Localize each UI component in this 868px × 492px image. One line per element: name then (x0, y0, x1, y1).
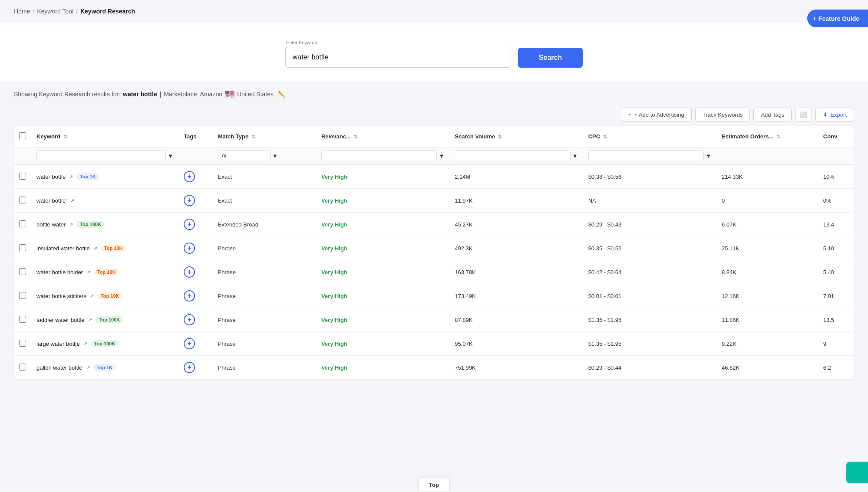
cpc-column-header[interactable]: CPC ⇅ (583, 126, 716, 147)
add-tag-button[interactable]: + (184, 243, 195, 254)
conv-cell: 6.2 (818, 356, 854, 380)
add-to-advertising-button[interactable]: + + Add to Advertising (621, 108, 692, 122)
filter-row: ▼ All Exact Phrase Extended Broad ▼ (14, 147, 854, 164)
relevance-filter-input[interactable] (321, 150, 437, 161)
search-button[interactable]: Search (518, 48, 583, 68)
add-tags-button[interactable]: Add Tags (753, 108, 792, 122)
feature-guide-button[interactable]: ‹ Feature Guide (807, 10, 868, 27)
external-link-icon[interactable]: ↗ (86, 365, 90, 371)
search-input[interactable] (285, 47, 511, 68)
conv-column-header: Conv (818, 126, 854, 147)
row-select-checkbox[interactable] (19, 292, 26, 299)
tags-cell: + (178, 308, 213, 332)
search-volume-filter-icon[interactable]: ▼ (572, 153, 578, 159)
keyword-text: bottle water (36, 221, 66, 228)
keyword-cell: water bottle ↗ Top 1K (31, 164, 178, 189)
export-button[interactable]: ⬇ Export (815, 108, 854, 122)
keyword-badge: Top 100K (91, 340, 119, 347)
select-all-checkbox[interactable] (19, 132, 26, 139)
row-select-checkbox[interactable] (19, 173, 26, 180)
keyword-cell: toddler water bottle ↗ Top 100K (31, 308, 178, 332)
pipe-separator: | (160, 91, 162, 98)
select-all-header[interactable] (14, 126, 31, 147)
breadcrumb-keyword-tool[interactable]: Keyword Tool (37, 8, 73, 15)
cpc-cell: $0.42 - $0.64 (583, 260, 716, 284)
external-link-icon[interactable]: ↗ (86, 269, 90, 275)
match-type-filter-select[interactable]: All Exact Phrase Extended Broad (218, 150, 271, 161)
row-select-checkbox[interactable] (19, 268, 26, 275)
breadcrumb-sep-1: / (33, 8, 34, 15)
search-container: Enter Keyword Search (285, 40, 583, 68)
match-type-column-header[interactable]: Match Type ⇅ (213, 126, 316, 147)
match-type-filter-icon[interactable]: ▼ (272, 153, 278, 159)
table-row: water bottle holder ↗ Top 10K + Phrase V… (14, 260, 854, 284)
relevance-cell: Very High (316, 236, 449, 260)
row-checkbox-cell (14, 308, 31, 332)
external-link-icon[interactable]: ↗ (69, 174, 73, 180)
search-volume-cell: 95.07K (449, 332, 583, 356)
relevance-value: Very High (321, 174, 347, 180)
add-tag-button[interactable]: + (184, 314, 195, 325)
external-link-icon[interactable]: ↗ (90, 293, 94, 299)
keyword-column-header[interactable]: Keyword ⇅ (31, 126, 178, 147)
row-select-checkbox[interactable] (19, 220, 26, 227)
search-volume-cell: 751.99K (449, 356, 583, 380)
add-tag-button[interactable]: + (184, 362, 195, 373)
table-row: bottle water ↗ Top 100K + Extended Broad… (14, 213, 854, 236)
keyword-text: gallon water bottle (36, 364, 83, 371)
row-select-checkbox[interactable] (19, 316, 26, 323)
relevance-cell: Very High (316, 308, 449, 332)
external-link-icon[interactable]: ↗ (69, 222, 73, 227)
keyword-input-wrapper: Enter Keyword (285, 40, 511, 68)
relevance-cell: Very High (316, 284, 449, 308)
keyword-text: insulated water bottle (36, 245, 90, 252)
row-select-checkbox[interactable] (19, 197, 26, 203)
row-select-checkbox[interactable] (19, 364, 26, 371)
match-type-sort-icon: ⇅ (251, 134, 255, 139)
cpc-cell: $1.35 - $1.95 (583, 332, 716, 356)
row-select-checkbox[interactable] (19, 340, 26, 347)
copy-button[interactable]: ⬜ (795, 108, 812, 122)
add-tag-button[interactable]: + (184, 171, 195, 182)
track-keywords-button[interactable]: Track Keywords (695, 108, 750, 122)
keyword-badge: Top 1K (76, 173, 99, 180)
external-link-icon[interactable]: ↗ (93, 246, 97, 251)
external-link-icon[interactable]: ↗ (70, 198, 74, 203)
table-row: water bottle ↗ Top 1K + Exact Very High … (14, 164, 854, 189)
estimated-orders-cell: 46.62K (716, 356, 818, 380)
breadcrumb-home[interactable]: Home (14, 8, 30, 15)
external-link-icon[interactable]: ↗ (83, 341, 87, 347)
cpc-filter-input[interactable] (588, 150, 704, 161)
add-tag-button[interactable]: + (184, 338, 195, 349)
relevance-cell: Very High (316, 260, 449, 284)
keyword-badge: Top 100K (96, 316, 124, 323)
row-select-checkbox[interactable] (19, 244, 26, 251)
keyword-filter-input[interactable] (36, 150, 166, 161)
conv-cell: 13.4 (818, 213, 854, 236)
estimated-orders-cell: 25.11K (716, 236, 818, 260)
search-volume-filter-input[interactable] (455, 150, 571, 161)
estimated-orders-cell: 11.86K (716, 308, 818, 332)
relevance-cell: Very High (316, 356, 449, 380)
add-tag-button[interactable]: + (184, 195, 195, 206)
add-tag-button[interactable]: + (184, 266, 195, 278)
tags-cell: + (178, 260, 213, 284)
keyword-cell: water bottle holder ↗ Top 10K (31, 260, 178, 284)
keyword-filter-icon[interactable]: ▼ (168, 153, 173, 159)
add-tag-button[interactable]: + (184, 219, 195, 230)
match-type-cell: Phrase (213, 332, 316, 356)
edit-icon[interactable]: ✏️ (278, 91, 285, 98)
table-row: insulated water bottle ↗ Top 10K + Phras… (14, 236, 854, 260)
search-volume-column-header[interactable]: Search Volume ⇅ (449, 126, 583, 147)
filter-cpc-cell: ▼ (583, 147, 716, 164)
cpc-filter-icon[interactable]: ▼ (706, 153, 711, 159)
breadcrumb-current: Keyword Research (80, 8, 135, 15)
estimated-orders-column-header[interactable]: Estimated Orders... ⇅ (716, 126, 818, 147)
relevance-column-header[interactable]: Relevanc... ⇅ (316, 126, 449, 147)
external-link-icon[interactable]: ↗ (88, 317, 92, 323)
tags-cell: + (178, 284, 213, 308)
conv-cell: 0% (818, 189, 854, 213)
search-volume-cell: 87.89K (449, 308, 583, 332)
add-tag-button[interactable]: + (184, 290, 195, 302)
relevance-filter-icon[interactable]: ▼ (439, 153, 444, 159)
